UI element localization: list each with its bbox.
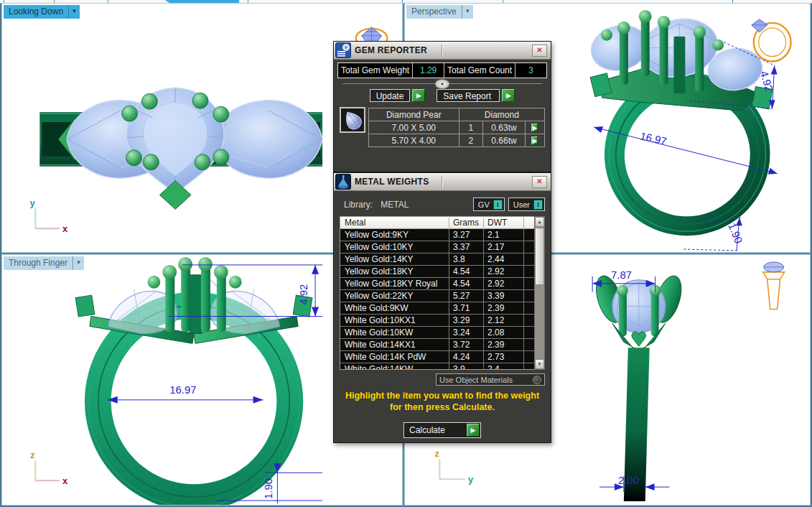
- metal-table-row[interactable]: White Gold:10KW 3.24 2.08: [340, 327, 534, 339]
- metal-dwt-cell: 2.39: [483, 302, 523, 314]
- close-icon[interactable]: ✕: [532, 45, 547, 57]
- viewport-title: Looking Down: [4, 5, 68, 19]
- metal-table-row[interactable]: White Gold:14KW 3.9 2.4: [340, 363, 534, 370]
- header-groove: [442, 45, 443, 57]
- axis-indicator: y x: [29, 197, 68, 234]
- metal-table-scrollbar[interactable]: ▲ ▼: [534, 216, 545, 370]
- dim-thickness-text: 1.90: [263, 478, 274, 499]
- gem-row-run-icon[interactable]: ▶: [531, 124, 538, 132]
- metal-grams-cell: 3.72: [449, 339, 483, 350]
- side-gem-right[interactable]: [216, 101, 322, 178]
- metal-grams-cell: 3.9: [449, 363, 483, 370]
- axis-v-label: z: [434, 448, 439, 459]
- close-icon[interactable]: ✕: [532, 176, 547, 188]
- metal-weights-icon: [335, 174, 351, 190]
- metal-grams-cell: 3.8: [449, 254, 483, 265]
- metal-table-row[interactable]: White Gold:10KX1 3.29 2.12: [340, 315, 534, 327]
- setting-profile-icon: [763, 262, 785, 310]
- center-gem-pear[interactable]: [127, 88, 224, 193]
- metal-name-cell: Yellow Gold:9KY: [340, 230, 449, 240]
- axis-h-label: x: [62, 475, 68, 486]
- gem-table-row[interactable]: 7.00 X 5.00 1 0.63tw ▶: [369, 121, 545, 134]
- chevron-down-icon[interactable]: ▼: [68, 5, 80, 19]
- metal-name-cell: Yellow Gold:22KY: [340, 291, 449, 301]
- metal-table-row[interactable]: Yellow Gold:10KY 3.37 2.17: [340, 241, 534, 254]
- use-object-materials-dropdown[interactable]: Use Object Materials: [436, 373, 545, 386]
- dim-diameter-text: 16.97: [169, 384, 196, 396]
- dim-height-text: 4.92: [298, 284, 309, 305]
- scrollbar-thumb[interactable]: [535, 228, 544, 285]
- hint-line-2: for then press Calculate.: [334, 401, 551, 413]
- ring-top-view-model[interactable]: [39, 88, 322, 209]
- metal-table-row[interactable]: Yellow Gold:18KY Royal 4.54 2.92: [340, 278, 534, 290]
- metal-dwt-cell: 2.44: [483, 254, 523, 265]
- ring-icon: [752, 19, 791, 62]
- metal-table-row[interactable]: Yellow Gold:18KY 4.54 2.92: [340, 266, 534, 278]
- gem-table-header-row: Diamond Pear Diamond: [369, 108, 545, 121]
- gem-size-cell: 7.00 X 5.00: [369, 121, 459, 134]
- gv-toggle[interactable]: GV I: [473, 197, 505, 211]
- user-label: User: [513, 200, 530, 209]
- metal-table-row[interactable]: Yellow Gold:9KY 3.27 2.1: [340, 229, 534, 241]
- gem-table-row[interactable]: 5.70 X 4.00 2 0.66tw ▶: [369, 134, 545, 147]
- gem-reporter-icon: [335, 42, 351, 58]
- metal-dwt-cell: 2.4: [483, 363, 523, 370]
- chevron-down-icon[interactable]: ▼: [462, 5, 473, 19]
- calculate-run-icon[interactable]: ▶: [467, 424, 480, 437]
- metal-weights-header[interactable]: METAL WEIGHTS ✕: [334, 173, 551, 191]
- update-run-icon[interactable]: ▶: [412, 89, 425, 102]
- gem-reporter-header[interactable]: GEM REPORTER ✕: [334, 42, 551, 60]
- metal-table-rows: Yellow Gold:9KY 3.27 2.1 Yellow Gold:10K…: [340, 229, 535, 370]
- metal-name-cell: White Gold:14KX1: [340, 340, 449, 350]
- metal-table-row[interactable]: Yellow Gold:22KY 5.27 3.39: [340, 290, 534, 302]
- calculate-button[interactable]: Calculate ▶: [403, 422, 481, 438]
- dim-diameter-text: 16.97: [639, 130, 668, 147]
- metal-table-row[interactable]: White Gold:14KX1 3.72 2.39: [340, 339, 534, 351]
- metal-name-cell: Yellow Gold:18KY: [340, 266, 449, 276]
- metal-table-row[interactable]: Yellow Gold:14KY 3.8 2.44: [340, 254, 534, 266]
- gem-totals-strip: Total Gem Weight 1.29 Total Gem Count 3: [337, 62, 547, 78]
- chevron-down-icon[interactable]: ▼: [73, 256, 84, 270]
- gem-head[interactable]: [587, 10, 773, 111]
- metal-grams-cell: 3.27: [449, 229, 483, 241]
- gem-size-cell: 5.70 X 4.00: [369, 134, 459, 147]
- metal-table-row[interactable]: White Gold:9KW 3.71 2.39: [340, 302, 534, 315]
- axis-v-label: y: [29, 197, 35, 208]
- gem-weight-cell: 0.63tw: [483, 121, 525, 134]
- collapse-button[interactable]: ▲: [435, 79, 450, 89]
- scroll-down-icon[interactable]: ▼: [535, 359, 544, 369]
- ring-side-view-model[interactable]: [591, 273, 686, 501]
- dim-head-width-text: 7.87: [611, 269, 632, 281]
- dim-shank-width-text: 2.00: [618, 475, 639, 486]
- user-toggle[interactable]: User I: [508, 197, 545, 211]
- scroll-up-icon[interactable]: ▲: [535, 217, 544, 227]
- metal-grams-cell: 3.71: [449, 302, 483, 314]
- viewport-label-perspective[interactable]: Perspective ▼: [406, 5, 473, 19]
- axis-h-label: y: [468, 474, 474, 485]
- axis-indicator: z x: [30, 450, 68, 486]
- viewport-label-looking-down[interactable]: Looking Down ▼: [4, 5, 80, 19]
- gem-reporter-actions: Update ▶ Save Report ▶: [334, 89, 551, 102]
- panel-title: GEM REPORTER: [355, 45, 427, 55]
- gem-row-run-icon[interactable]: ▶: [531, 136, 538, 145]
- metal-name-cell: Yellow Gold:10KY: [340, 242, 449, 252]
- save-report-run-icon[interactable]: ▶: [502, 89, 515, 102]
- metal-dwt-cell: 3.39: [483, 290, 523, 302]
- update-button[interactable]: Update ▶: [370, 89, 426, 102]
- metal-grams-cell: 3.24: [449, 327, 483, 338]
- metal-dwt-cell: 2.73: [483, 351, 523, 363]
- gv-indicator: I: [493, 200, 503, 210]
- gem-thumbnail[interactable]: [340, 107, 365, 133]
- metal-table-header: Metal Grams DWT: [340, 216, 535, 229]
- viewport-label-through-finger[interactable]: Through Finger ▼: [4, 256, 84, 270]
- metal-table-row[interactable]: White Gold:14K PdW 4.24 2.73: [340, 351, 534, 363]
- gem-table-header-cut: Diamond Pear: [369, 108, 459, 121]
- metal-dwt-cell: 2.08: [483, 327, 523, 338]
- save-report-button[interactable]: Save Report ▶: [437, 89, 515, 102]
- col-metal: Metal: [340, 218, 449, 228]
- metal-table: Metal Grams DWT Yellow Gold:9KY 3.27 2.1…: [340, 216, 535, 370]
- dropdown-circle-icon: [533, 376, 541, 384]
- gem-weight-cell: 0.66tw: [483, 134, 525, 147]
- metal-grams-cell: 3.37: [449, 241, 483, 253]
- gem-table: Diamond Pear Diamond 7.00 X 5.00 1 0.63t…: [368, 108, 545, 147]
